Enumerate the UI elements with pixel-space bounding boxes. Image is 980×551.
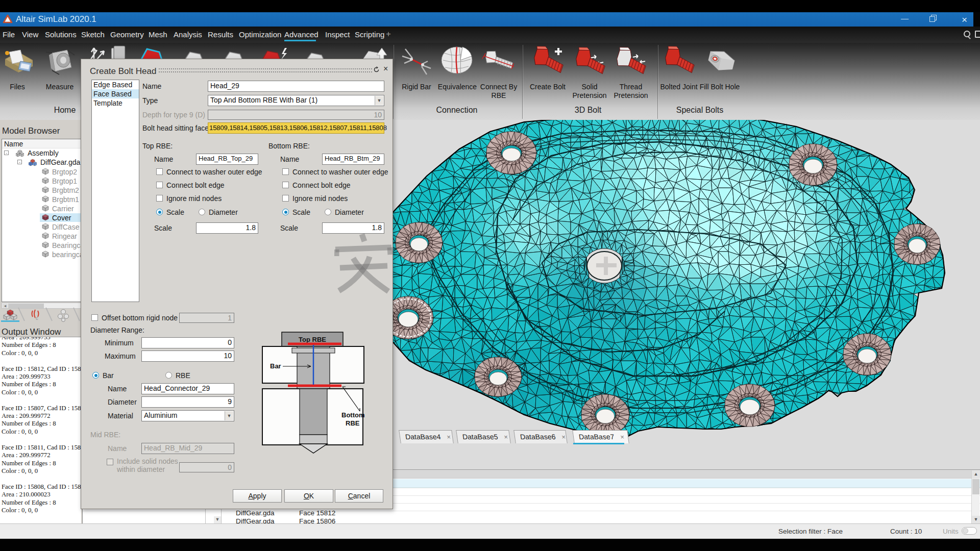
- svg-text:Bar: Bar: [270, 362, 281, 370]
- svg-text:Bottom: Bottom: [341, 411, 365, 419]
- svg-text:RBE: RBE: [346, 419, 360, 427]
- svg-text:c: c: [36, 316, 38, 321]
- svg-text:Top RBE: Top RBE: [299, 336, 326, 343]
